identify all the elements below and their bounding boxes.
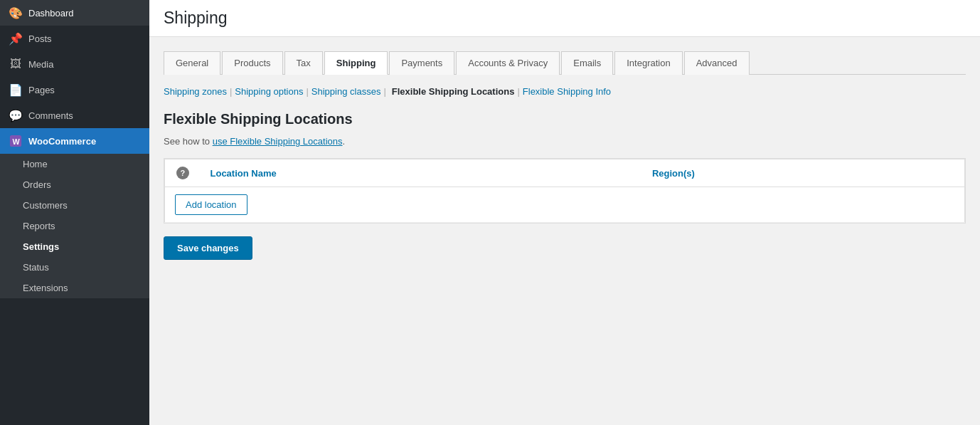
sidebar-item-media[interactable]: 🖼 Media xyxy=(0,51,149,77)
sidebar-item-label: Media xyxy=(28,59,53,70)
pages-icon: 📄 xyxy=(9,83,23,97)
page-header: Shipping xyxy=(149,0,980,37)
section-title: Flexible Shipping Locations xyxy=(164,111,966,127)
help-icon[interactable]: ? xyxy=(176,167,189,179)
add-location-button[interactable]: Add location xyxy=(175,194,247,215)
col-regions: Region(s) xyxy=(642,159,965,187)
sidebar-item-comments[interactable]: 💬 Comments xyxy=(0,103,149,128)
sidebar-item-posts[interactable]: 📌 Posts xyxy=(0,26,149,51)
subnav-shipping-options[interactable]: Shipping options xyxy=(235,86,303,97)
sidebar: 🎨 Dashboard 📌 Posts 🖼 Media 📄 Pages 💬 Co… xyxy=(0,0,149,425)
sidebar-item-dashboard[interactable]: 🎨 Dashboard xyxy=(0,0,149,26)
tabs-nav: General Products Tax Shipping Payments A… xyxy=(164,51,966,75)
add-location-row: Add location xyxy=(165,187,965,223)
sidebar-woocommerce-header[interactable]: W WooCommerce xyxy=(0,128,149,154)
sidebar-item-customers[interactable]: Customers xyxy=(0,195,149,216)
tab-products[interactable]: Products xyxy=(222,51,282,75)
sidebar-item-label: Dashboard xyxy=(28,8,74,19)
subnav-flexible-info[interactable]: Flexible Shipping Info xyxy=(523,86,611,97)
section-description: See how to use Flexible Shipping Locatio… xyxy=(164,136,966,147)
locations-table-wrapper: ? Location Name Region(s) Add location xyxy=(164,158,966,224)
woocommerce-sub-menu: Home Orders Customers Reports Settings S… xyxy=(0,154,149,298)
sidebar-item-label: Posts xyxy=(28,33,52,44)
tab-accounts-privacy[interactable]: Accounts & Privacy xyxy=(456,51,560,75)
sidebar-item-settings[interactable]: Settings xyxy=(0,236,149,257)
tab-payments[interactable]: Payments xyxy=(389,51,454,75)
sidebar-item-status[interactable]: Status xyxy=(0,257,149,278)
col-icon: ? xyxy=(165,159,201,187)
tab-shipping[interactable]: Shipping xyxy=(324,51,388,75)
subnav-shipping-zones[interactable]: Shipping zones xyxy=(164,86,227,97)
woocommerce-icon: W xyxy=(9,134,23,148)
tab-advanced[interactable]: Advanced xyxy=(684,51,750,75)
tab-tax[interactable]: Tax xyxy=(284,51,323,75)
woocommerce-label: WooCommerce xyxy=(28,136,96,147)
locations-table: ? Location Name Region(s) Add location xyxy=(164,159,965,223)
main-content: Shipping General Products Tax Shipping P… xyxy=(149,0,980,425)
sidebar-item-label: Pages xyxy=(28,85,55,95)
media-icon: 🖼 xyxy=(9,57,23,71)
page-title: Shipping xyxy=(164,9,966,28)
sidebar-item-reports[interactable]: Reports xyxy=(0,216,149,236)
tab-integration[interactable]: Integration xyxy=(614,51,682,75)
subnav-shipping-classes[interactable]: Shipping classes xyxy=(311,86,381,97)
sidebar-item-extensions[interactable]: Extensions xyxy=(0,278,149,298)
posts-icon: 📌 xyxy=(9,31,23,46)
svg-text:W: W xyxy=(13,137,21,146)
comments-icon: 💬 xyxy=(9,108,23,122)
sidebar-item-home[interactable]: Home xyxy=(0,154,149,174)
subnav: Shipping zones | Shipping options | Ship… xyxy=(164,86,966,97)
tab-emails[interactable]: Emails xyxy=(561,51,613,75)
sidebar-item-pages[interactable]: 📄 Pages xyxy=(0,77,149,103)
save-changes-button[interactable]: Save changes xyxy=(164,236,252,260)
add-location-cell: Add location xyxy=(165,187,965,223)
sidebar-item-label: Comments xyxy=(28,110,73,121)
dashboard-icon: 🎨 xyxy=(9,6,23,20)
tab-general[interactable]: General xyxy=(164,51,220,75)
flexible-shipping-link[interactable]: use Flexible Shipping Locations xyxy=(213,136,343,147)
sidebar-item-orders[interactable]: Orders xyxy=(0,174,149,195)
content-area: General Products Tax Shipping Payments A… xyxy=(149,37,980,425)
subnav-flexible-locations-active: Flexible Shipping Locations xyxy=(392,86,515,97)
col-location-name: Location Name xyxy=(201,159,642,187)
